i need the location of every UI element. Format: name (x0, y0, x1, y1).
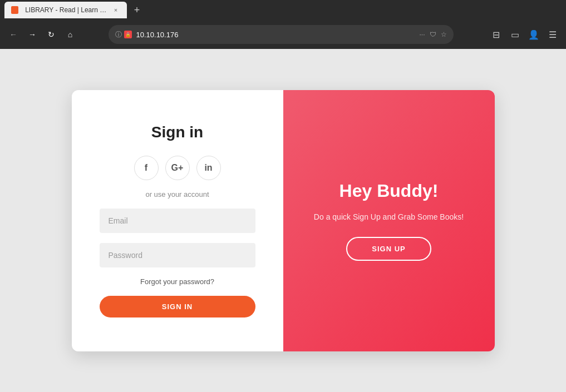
home-button[interactable]: ⌂ (62, 27, 78, 42)
signin-panel: Sign in f G+ in or use your account Forg… (72, 90, 283, 351)
forgot-password-link[interactable]: Forgot your password? (140, 277, 214, 286)
url-text: 10.10.10.176 (136, 31, 179, 39)
refresh-button[interactable]: ↻ (43, 27, 59, 42)
back-button[interactable]: ← (6, 27, 21, 42)
signup-title: Hey Buddy! (339, 181, 439, 201)
menu-button[interactable]: ☰ (545, 27, 560, 42)
signup-panel: Hey Buddy! Do a quick Sign Up and Grab S… (283, 90, 495, 351)
signin-title: Sign in (151, 123, 203, 141)
active-tab[interactable]: LIBRARY - Read | Learn | Ha × (4, 2, 127, 18)
tab-favicon (11, 6, 18, 14)
email-input[interactable] (100, 209, 255, 233)
info-icon: ⓘ 🔒 (115, 30, 132, 39)
signup-button[interactable]: SIGN UP (346, 237, 431, 261)
auth-card: Sign in f G+ in or use your account Forg… (72, 90, 495, 351)
new-tab-button[interactable]: + (129, 2, 145, 18)
library-button[interactable]: ⊟ (488, 27, 504, 42)
social-icons-group: f G+ in (134, 156, 221, 180)
signin-button[interactable]: SIGN IN (100, 296, 255, 317)
linkedin-button[interactable]: in (196, 156, 221, 180)
sidebar-button[interactable]: ▭ (507, 27, 523, 42)
tab-close-button[interactable]: × (111, 6, 120, 14)
more-button[interactable]: ··· (419, 31, 425, 38)
signup-subtitle: Do a quick Sign Up and Grab Some Books! (314, 212, 464, 221)
tab-bar: LIBRARY - Read | Learn | Ha × + (0, 0, 566, 20)
page-content: Sign in f G+ in or use your account Forg… (0, 49, 566, 392)
star-button[interactable]: ☆ (441, 31, 447, 38)
browser-right-buttons: ⊟ ▭ 👤 ☰ (488, 27, 560, 42)
or-text: or use your account (145, 190, 209, 199)
password-input[interactable] (100, 243, 255, 267)
address-bar-row: ← → ↻ ⌂ ⓘ 🔒 10.10.10.176 ··· 🛡 ☆ ⊟ ▭ 👤 ☰ (0, 20, 566, 49)
facebook-button[interactable]: f (134, 156, 159, 180)
address-bar[interactable]: ⓘ 🔒 10.10.10.176 ··· 🛡 ☆ (109, 25, 454, 44)
forward-button[interactable]: → (24, 27, 40, 42)
tab-title: LIBRARY - Read | Learn | Ha (25, 6, 107, 14)
google-button[interactable]: G+ (165, 156, 190, 180)
browser-chrome: LIBRARY - Read | Learn | Ha × + ← → ↻ ⌂ … (0, 0, 566, 49)
shield-button[interactable]: 🛡 (430, 31, 436, 38)
account-button[interactable]: 👤 (526, 27, 542, 42)
address-bar-actions: ··· 🛡 ☆ (419, 31, 446, 38)
security-icon: 🔒 (124, 31, 132, 38)
